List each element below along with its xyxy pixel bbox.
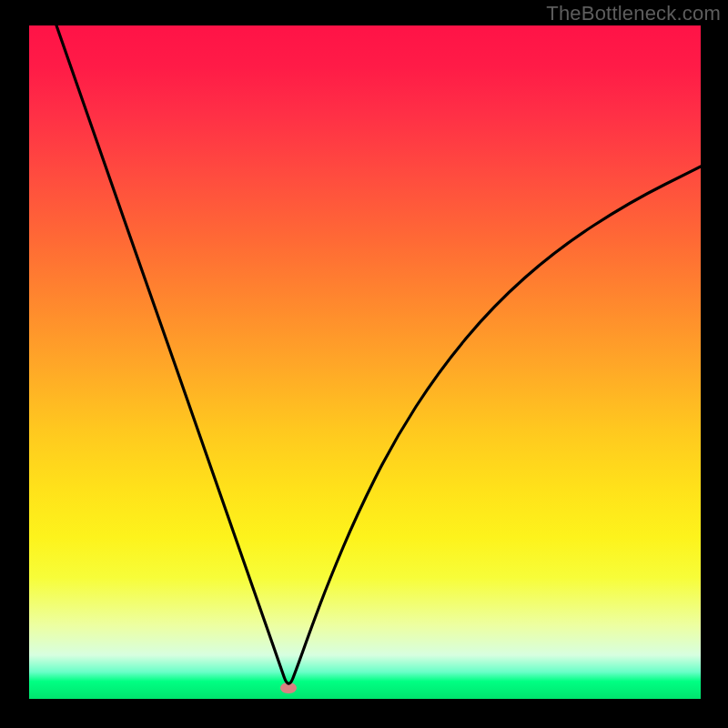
bottleneck-curve: [29, 25, 701, 699]
plot-area: [29, 25, 701, 699]
chart-container: TheBottleneck.com: [0, 0, 728, 728]
watermark-text: TheBottleneck.com: [546, 2, 721, 25]
